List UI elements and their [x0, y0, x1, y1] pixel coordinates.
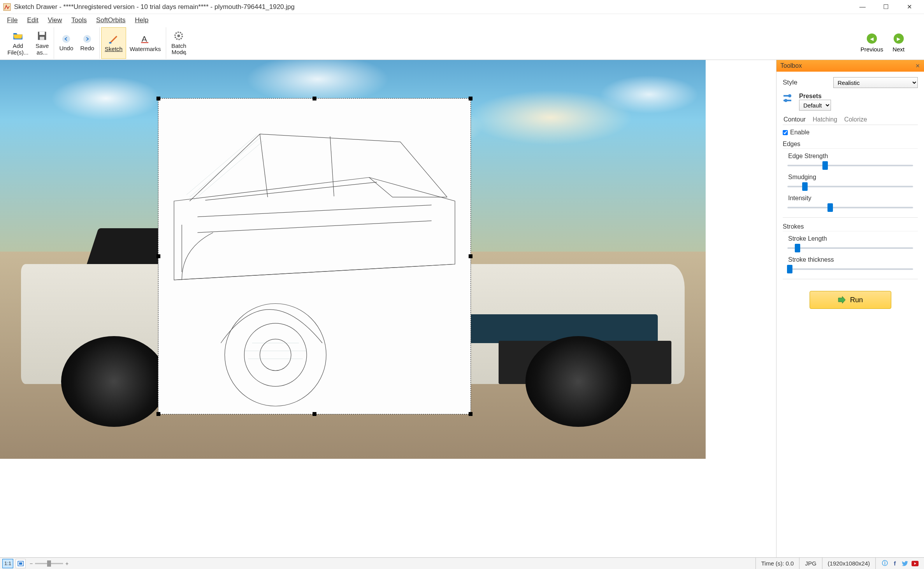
- style-row: Style Realistic: [783, 77, 918, 88]
- sketch-icon: [108, 33, 119, 44]
- menu-view[interactable]: View: [44, 15, 66, 26]
- gear-icon: [173, 30, 184, 41]
- save-as-label: Save as...: [35, 43, 49, 56]
- svg-point-5: [83, 35, 91, 43]
- svg-point-16: [788, 94, 791, 97]
- facebook-icon[interactable]: f: [891, 560, 898, 567]
- canvas-empty-area: [0, 459, 776, 557]
- svg-rect-2: [39, 32, 45, 35]
- sketch-button[interactable]: Sketch: [101, 27, 126, 59]
- style-select[interactable]: Realistic: [833, 77, 918, 88]
- selection-box[interactable]: [158, 98, 471, 414]
- statusbar-left: 1:1 − +: [0, 559, 72, 568]
- run-arrow-icon: [838, 296, 846, 304]
- presets-select[interactable]: Default: [799, 100, 831, 111]
- toolbox-tabs: Contour Hatching Colorize: [783, 115, 918, 125]
- car-wheel-rear: [61, 336, 167, 427]
- save-icon: [37, 30, 47, 41]
- watermark-icon: A: [140, 33, 151, 44]
- toolbar: Add File(s)... Save as... Undo Redo Sket…: [0, 26, 924, 60]
- menubar: File Edit View Tools SoftOrbits Help: [0, 14, 924, 26]
- smudging-label: Smudging: [788, 174, 918, 181]
- enable-label: Enable: [790, 129, 810, 136]
- minimize-button[interactable]: —: [851, 1, 874, 13]
- sketch-label: Sketch: [105, 46, 123, 53]
- menu-file[interactable]: File: [3, 15, 21, 26]
- zoom-1to1-button[interactable]: 1:1: [2, 559, 13, 568]
- watermarks-button[interactable]: A Watermarks: [126, 27, 164, 59]
- tab-colorize[interactable]: Colorize: [843, 115, 868, 125]
- youtube-icon[interactable]: [912, 560, 919, 567]
- zoom-in-icon[interactable]: +: [65, 560, 69, 567]
- close-button[interactable]: ✕: [898, 1, 921, 13]
- smudging-slider[interactable]: [787, 182, 913, 191]
- selection-handle[interactable]: [156, 412, 160, 416]
- canvas-area[interactable]: [0, 60, 776, 557]
- watermarks-label: Watermarks: [130, 46, 161, 53]
- stroke-thickness-slider[interactable]: [787, 265, 913, 273]
- tab-contour[interactable]: Contour: [783, 115, 806, 125]
- edge-strength-slider[interactable]: [787, 161, 913, 170]
- add-files-label: Add File(s)...: [7, 43, 28, 56]
- svg-point-4: [62, 35, 70, 43]
- selection-handle[interactable]: [313, 412, 316, 416]
- stroke-thickness-label: Stroke thickness: [788, 256, 918, 263]
- redo-button[interactable]: Redo: [77, 27, 98, 59]
- toolbox-header[interactable]: Toolbox ✕: [776, 60, 924, 72]
- selection-handle[interactable]: [469, 254, 473, 258]
- arrow-right-icon: ►: [894, 33, 904, 44]
- titlebar: Sketch Drawer - ****Unregistered version…: [0, 0, 924, 14]
- selection-handle[interactable]: [469, 97, 473, 100]
- undo-button[interactable]: Undo: [56, 27, 77, 59]
- menu-help[interactable]: Help: [131, 15, 153, 26]
- previous-label: Previous: [861, 46, 883, 53]
- presets-row: Presets Default: [783, 93, 918, 111]
- run-button[interactable]: Run: [810, 291, 891, 309]
- selection-handle[interactable]: [469, 412, 473, 416]
- arrow-left-icon: ◄: [867, 33, 877, 44]
- intensity-slider[interactable]: [787, 203, 913, 212]
- selection-handle[interactable]: [156, 97, 160, 100]
- menu-softorbits[interactable]: SoftOrbits: [92, 15, 130, 26]
- toolbar-group-nav: ◄ Previous ► Next: [858, 27, 914, 59]
- zoom-slider[interactable]: − +: [30, 559, 69, 568]
- app-window: Sketch Drawer - ****Unregistered version…: [0, 0, 924, 569]
- window-title: Sketch Drawer - ****Unregistered version…: [14, 3, 851, 11]
- fit-button[interactable]: [16, 559, 26, 568]
- menu-edit[interactable]: Edit: [23, 15, 42, 26]
- tab-hatching[interactable]: Hatching: [812, 115, 838, 125]
- info-icon[interactable]: ⓘ: [881, 560, 888, 567]
- add-files-button[interactable]: Add File(s)...: [4, 27, 32, 59]
- twitter-icon[interactable]: [901, 560, 908, 567]
- menu-tools[interactable]: Tools: [67, 15, 91, 26]
- window-controls: — ☐ ✕: [851, 1, 921, 13]
- stroke-length-label: Stroke Length: [788, 235, 918, 242]
- stroke-length-slider[interactable]: [787, 244, 913, 252]
- toolbox-title: Toolbox: [780, 62, 802, 69]
- maximize-button[interactable]: ☐: [874, 1, 898, 13]
- toolbox-close-icon[interactable]: ✕: [915, 63, 920, 69]
- svg-point-10: [177, 34, 180, 37]
- save-as-button[interactable]: Save as...: [32, 27, 52, 59]
- main-area: Toolbox ✕ Style Realistic Presets: [0, 60, 924, 557]
- status-social-icons: ⓘ f: [875, 558, 924, 569]
- status-format: JPG: [799, 558, 822, 569]
- selection-handle[interactable]: [313, 97, 316, 100]
- redo-label: Redo: [80, 45, 94, 52]
- status-time: Time (s): 0.0: [755, 558, 799, 569]
- batch-mode-button[interactable]: Batch Mode ▾: [168, 27, 190, 59]
- svg-point-18: [784, 99, 787, 102]
- strokes-section-label: Strokes: [783, 223, 918, 231]
- next-button[interactable]: ► Next: [890, 27, 907, 59]
- undo-icon: [61, 34, 71, 44]
- style-label: Style: [783, 79, 833, 86]
- divider: [783, 217, 918, 218]
- status-dimensions: (1920x1080x24): [822, 558, 875, 569]
- enable-checkbox-row[interactable]: Enable: [783, 129, 918, 136]
- sketch-preview: [158, 99, 471, 414]
- previous-button[interactable]: ◄ Previous: [858, 27, 885, 59]
- selection-handle[interactable]: [156, 254, 160, 258]
- enable-checkbox[interactable]: [783, 130, 788, 135]
- zoom-out-icon[interactable]: −: [30, 560, 33, 567]
- chevron-down-icon[interactable]: ▾: [184, 52, 186, 56]
